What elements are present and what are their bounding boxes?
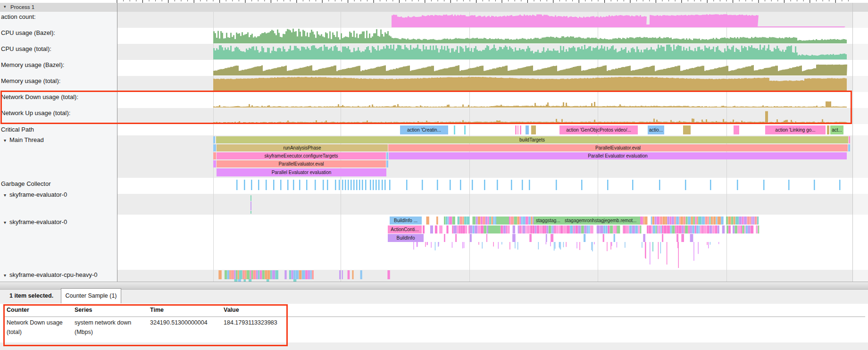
- critical-path-slice[interactable]: [683, 125, 691, 134]
- skyframe-stage-slice[interactable]: [496, 217, 509, 225]
- main-thread-slice[interactable]: [386, 152, 388, 159]
- gc-slice[interactable]: [273, 180, 275, 190]
- gc-slice[interactable]: [472, 180, 473, 190]
- main-thread-slice[interactable]: ParallelEvaluator.eval: [388, 144, 848, 151]
- gc-slice[interactable]: [556, 180, 557, 190]
- gc-slice[interactable]: [244, 180, 245, 190]
- gc-slice[interactable]: [299, 180, 300, 190]
- gc-slice[interactable]: [497, 180, 498, 190]
- gc-slice[interactable]: [348, 180, 349, 190]
- gc-slice[interactable]: [376, 180, 377, 190]
- main-thread-slice[interactable]: buildTargets: [216, 136, 848, 143]
- gc-slice[interactable]: [384, 180, 386, 190]
- gc-slice[interactable]: [389, 180, 391, 190]
- gc-slice[interactable]: [788, 180, 790, 190]
- gc-slice[interactable]: [378, 180, 380, 190]
- main-thread-slice[interactable]: [849, 136, 850, 143]
- skyframe-slice[interactable]: ActionConti...: [388, 225, 422, 233]
- gc-slice[interactable]: [422, 180, 423, 190]
- skyframe-slice[interactable]: BuildInfo ...: [390, 217, 422, 225]
- gc-slice[interactable]: [315, 180, 316, 190]
- gc-ticks[interactable]: [236, 180, 841, 190]
- critical-path-slice[interactable]: action 'Creatin...: [400, 125, 448, 134]
- gc-slice[interactable]: [342, 180, 343, 190]
- process-header[interactable]: ▾ Process 1: [0, 3, 868, 12]
- gc-slice[interactable]: [382, 180, 383, 190]
- gc-slice[interactable]: [266, 180, 267, 190]
- gc-slice[interactable]: [685, 180, 686, 190]
- skyframe-slice[interactable]: [488, 225, 500, 233]
- tab-counter-sample[interactable]: Counter Sample (1): [61, 288, 121, 303]
- main-thread-slice[interactable]: [213, 136, 215, 143]
- hanging-slices[interactable]: [413, 242, 719, 268]
- gc-slice[interactable]: [581, 180, 583, 190]
- chevron-down-icon[interactable]: ▾: [4, 4, 6, 9]
- gc-slice[interactable]: [365, 180, 367, 190]
- critical-path-slice[interactable]: action 'GenObjcProtos video/...: [559, 125, 638, 134]
- main-thread-slice[interactable]: ParallelEvaluator.eval: [217, 160, 386, 167]
- gc-slice[interactable]: [356, 180, 358, 190]
- critical-path-slice[interactable]: [517, 125, 518, 134]
- critical-path-slice[interactable]: [531, 125, 536, 134]
- critical-path-slice[interactable]: act...: [830, 125, 843, 134]
- gc-slice[interactable]: [293, 180, 294, 190]
- gc-slice[interactable]: [335, 180, 336, 190]
- critical-path-slice[interactable]: actio...: [648, 125, 664, 134]
- skyframe-slice[interactable]: BuildInfo: [388, 234, 424, 242]
- gc-slice[interactable]: [345, 180, 346, 190]
- main-thread-slice[interactable]: Parallel Evaluator evaluation: [389, 152, 847, 159]
- timeline-canvas[interactable]: [0, 0, 868, 283]
- main-thread-slice[interactable]: [386, 160, 388, 167]
- gc-slice[interactable]: [327, 180, 328, 190]
- panel-divider[interactable]: [117, 0, 117, 282]
- sky1-slice[interactable]: [250, 195, 251, 201]
- dense-slices[interactable]: [218, 217, 759, 282]
- skyframe-stage-slice[interactable]: [534, 217, 640, 225]
- critical-path-slice[interactable]: [734, 125, 739, 134]
- critical-path-slice[interactable]: [827, 125, 829, 134]
- gc-slice[interactable]: [287, 180, 289, 190]
- main-thread-slice[interactable]: Parallel Evaluator evaluation: [217, 168, 386, 176]
- main-thread-slice[interactable]: runAnalysisPhase: [217, 144, 388, 151]
- counter-chart-cpu-usage-bazel[interactable]: [213, 29, 847, 43]
- gc-slice[interactable]: [529, 180, 530, 190]
- sky1-slice[interactable]: [250, 211, 251, 214]
- gc-slice[interactable]: [484, 180, 485, 190]
- gc-slice[interactable]: [659, 180, 660, 190]
- gc-slice[interactable]: [280, 180, 282, 190]
- critical-path-slice[interactable]: action 'Linking go...: [765, 125, 826, 134]
- critical-path-slice[interactable]: [520, 125, 521, 134]
- main-thread-slice[interactable]: [848, 144, 850, 151]
- gc-slice[interactable]: [522, 180, 523, 190]
- gc-slice[interactable]: [737, 180, 738, 190]
- main-thread-slice[interactable]: skyframeExecutor.configureTargets: [217, 152, 386, 159]
- gc-slice[interactable]: [370, 180, 371, 190]
- gc-slice[interactable]: [710, 180, 711, 190]
- gc-slice[interactable]: [258, 180, 259, 190]
- gc-slice[interactable]: [763, 180, 765, 190]
- gc-slice[interactable]: [373, 180, 374, 190]
- panel-splitter[interactable]: [0, 282, 868, 290]
- gc-slice[interactable]: [306, 180, 308, 190]
- counter-chart-action-count[interactable]: [392, 14, 845, 27]
- gc-slice[interactable]: [450, 180, 451, 190]
- critical-path-slice[interactable]: [464, 125, 466, 134]
- gc-slice[interactable]: [814, 180, 815, 190]
- gc-slice[interactable]: [437, 180, 438, 190]
- gc-slice[interactable]: [353, 180, 355, 190]
- gc-slice[interactable]: [607, 180, 609, 190]
- gc-slice[interactable]: [362, 180, 363, 190]
- gc-slice[interactable]: [460, 180, 461, 190]
- gc-slice[interactable]: [359, 180, 360, 190]
- critical-path-slice[interactable]: [515, 125, 517, 134]
- critical-path-slice[interactable]: [526, 125, 529, 134]
- gc-slice[interactable]: [511, 180, 512, 190]
- gc-slice[interactable]: [236, 180, 238, 190]
- gc-slice[interactable]: [351, 180, 352, 190]
- gc-slice[interactable]: [323, 180, 324, 190]
- counter-chart-cpu-usage-total[interactable]: [213, 45, 847, 60]
- gc-slice[interactable]: [839, 180, 841, 190]
- counter-chart-memory-usage-total[interactable]: [213, 77, 847, 92]
- gc-slice[interactable]: [406, 180, 408, 190]
- counter-chart-memory-usage-bazel[interactable]: [213, 65, 847, 75]
